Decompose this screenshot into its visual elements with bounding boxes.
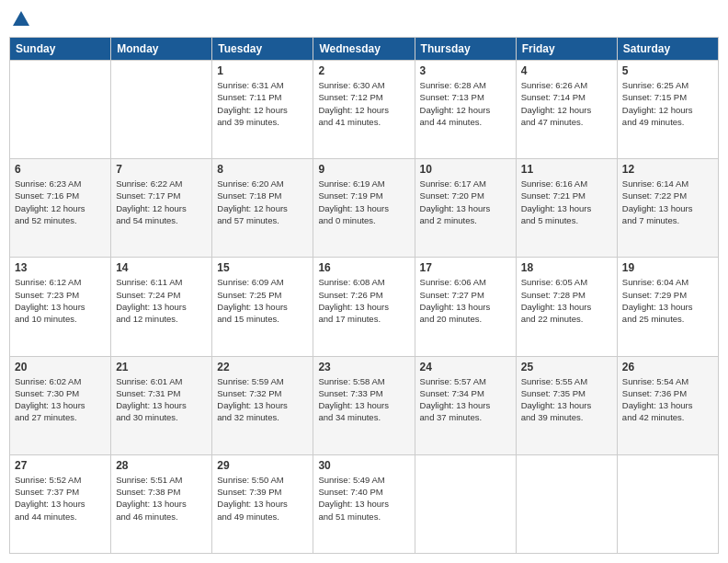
calendar-cell: 16Sunrise: 6:08 AM Sunset: 7:26 PM Dayli… xyxy=(313,258,415,356)
weekday-header-saturday: Saturday xyxy=(617,38,718,61)
cell-text: Sunrise: 6:28 AM Sunset: 7:13 PM Dayligh… xyxy=(420,79,511,128)
calendar-cell: 10Sunrise: 6:17 AM Sunset: 7:20 PM Dayli… xyxy=(415,159,516,258)
day-number: 20 xyxy=(15,361,106,373)
day-number: 1 xyxy=(217,64,308,77)
cell-text: Sunrise: 5:59 AM Sunset: 7:32 PM Dayligh… xyxy=(217,375,308,424)
calendar-cell: 19Sunrise: 6:04 AM Sunset: 7:29 PM Dayli… xyxy=(617,258,718,356)
calendar-cell: 20Sunrise: 6:02 AM Sunset: 7:30 PM Dayli… xyxy=(10,356,111,454)
svg-marker-0 xyxy=(13,11,29,26)
calendar-cell: 12Sunrise: 6:14 AM Sunset: 7:22 PM Dayli… xyxy=(617,159,718,258)
calendar-cell xyxy=(516,454,617,553)
weekday-header-friday: Friday xyxy=(516,38,617,61)
day-number: 12 xyxy=(622,163,713,176)
calendar-cell: 24Sunrise: 5:57 AM Sunset: 7:34 PM Dayli… xyxy=(415,356,516,454)
cell-text: Sunrise: 6:12 AM Sunset: 7:23 PM Dayligh… xyxy=(15,276,106,325)
calendar-cell: 30Sunrise: 5:49 AM Sunset: 7:40 PM Dayli… xyxy=(313,454,415,553)
day-number: 27 xyxy=(15,459,106,472)
day-number: 25 xyxy=(521,361,612,373)
day-number: 17 xyxy=(420,261,511,274)
day-number: 15 xyxy=(217,261,308,274)
day-number: 2 xyxy=(318,64,409,77)
calendar-cell xyxy=(10,61,111,159)
calendar-header: SundayMondayTuesdayWednesdayThursdayFrid… xyxy=(10,38,719,61)
calendar-row-2: 13Sunrise: 6:12 AM Sunset: 7:23 PM Dayli… xyxy=(10,258,719,356)
calendar-cell: 22Sunrise: 5:59 AM Sunset: 7:32 PM Dayli… xyxy=(212,356,313,454)
header xyxy=(9,9,719,29)
day-number: 11 xyxy=(521,163,612,176)
logo xyxy=(9,9,31,29)
day-number: 5 xyxy=(622,64,713,77)
calendar-cell: 6Sunrise: 6:23 AM Sunset: 7:16 PM Daylig… xyxy=(10,159,111,258)
day-number: 10 xyxy=(420,163,511,176)
cell-text: Sunrise: 6:31 AM Sunset: 7:11 PM Dayligh… xyxy=(217,79,308,128)
cell-text: Sunrise: 6:09 AM Sunset: 7:25 PM Dayligh… xyxy=(217,276,308,325)
day-number: 28 xyxy=(116,459,207,472)
calendar-cell: 26Sunrise: 5:54 AM Sunset: 7:36 PM Dayli… xyxy=(617,356,718,454)
logo-icon xyxy=(11,9,31,29)
calendar-cell: 13Sunrise: 6:12 AM Sunset: 7:23 PM Dayli… xyxy=(10,258,111,356)
calendar-cell: 7Sunrise: 6:22 AM Sunset: 7:17 PM Daylig… xyxy=(111,159,212,258)
calendar-cell: 3Sunrise: 6:28 AM Sunset: 7:13 PM Daylig… xyxy=(415,61,516,159)
calendar-cell: 4Sunrise: 6:26 AM Sunset: 7:14 PM Daylig… xyxy=(516,61,617,159)
cell-text: Sunrise: 6:06 AM Sunset: 7:27 PM Dayligh… xyxy=(420,276,511,325)
cell-text: Sunrise: 5:51 AM Sunset: 7:38 PM Dayligh… xyxy=(116,474,207,523)
cell-text: Sunrise: 5:54 AM Sunset: 7:36 PM Dayligh… xyxy=(622,375,713,424)
day-number: 18 xyxy=(521,261,612,274)
cell-text: Sunrise: 5:50 AM Sunset: 7:39 PM Dayligh… xyxy=(217,474,308,523)
day-number: 16 xyxy=(318,261,409,274)
day-number: 22 xyxy=(217,361,308,373)
cell-text: Sunrise: 5:58 AM Sunset: 7:33 PM Dayligh… xyxy=(318,375,409,424)
calendar-cell: 23Sunrise: 5:58 AM Sunset: 7:33 PM Dayli… xyxy=(313,356,415,454)
day-number: 21 xyxy=(116,361,207,373)
day-number: 29 xyxy=(217,459,308,472)
day-number: 13 xyxy=(15,261,106,274)
calendar-cell: 1Sunrise: 6:31 AM Sunset: 7:11 PM Daylig… xyxy=(212,61,313,159)
weekday-header-monday: Monday xyxy=(111,38,212,61)
calendar-cell: 5Sunrise: 6:25 AM Sunset: 7:15 PM Daylig… xyxy=(617,61,718,159)
weekday-header-row: SundayMondayTuesdayWednesdayThursdayFrid… xyxy=(10,38,719,61)
cell-text: Sunrise: 5:49 AM Sunset: 7:40 PM Dayligh… xyxy=(318,474,409,523)
cell-text: Sunrise: 6:30 AM Sunset: 7:12 PM Dayligh… xyxy=(318,79,409,128)
day-number: 30 xyxy=(318,459,409,472)
cell-text: Sunrise: 5:55 AM Sunset: 7:35 PM Dayligh… xyxy=(521,375,612,424)
calendar-row-1: 6Sunrise: 6:23 AM Sunset: 7:16 PM Daylig… xyxy=(10,159,719,258)
calendar-cell xyxy=(617,454,718,553)
cell-text: Sunrise: 6:08 AM Sunset: 7:26 PM Dayligh… xyxy=(318,276,409,325)
cell-text: Sunrise: 6:22 AM Sunset: 7:17 PM Dayligh… xyxy=(116,178,207,226)
calendar-cell xyxy=(111,61,212,159)
calendar-cell xyxy=(415,454,516,553)
calendar-cell: 9Sunrise: 6:19 AM Sunset: 7:19 PM Daylig… xyxy=(313,159,415,258)
day-number: 19 xyxy=(622,261,713,274)
day-number: 23 xyxy=(318,361,409,373)
weekday-header-wednesday: Wednesday xyxy=(313,38,415,61)
calendar-row-0: 1Sunrise: 6:31 AM Sunset: 7:11 PM Daylig… xyxy=(10,61,719,159)
calendar-cell: 2Sunrise: 6:30 AM Sunset: 7:12 PM Daylig… xyxy=(313,61,415,159)
calendar-cell: 29Sunrise: 5:50 AM Sunset: 7:39 PM Dayli… xyxy=(212,454,313,553)
cell-text: Sunrise: 6:11 AM Sunset: 7:24 PM Dayligh… xyxy=(116,276,207,325)
cell-text: Sunrise: 5:52 AM Sunset: 7:37 PM Dayligh… xyxy=(15,474,106,523)
calendar-cell: 18Sunrise: 6:05 AM Sunset: 7:28 PM Dayli… xyxy=(516,258,617,356)
cell-text: Sunrise: 6:04 AM Sunset: 7:29 PM Dayligh… xyxy=(622,276,713,325)
calendar-cell: 15Sunrise: 6:09 AM Sunset: 7:25 PM Dayli… xyxy=(212,258,313,356)
calendar-body: 1Sunrise: 6:31 AM Sunset: 7:11 PM Daylig… xyxy=(10,61,719,554)
day-number: 9 xyxy=(318,163,409,176)
calendar-row-3: 20Sunrise: 6:02 AM Sunset: 7:30 PM Dayli… xyxy=(10,356,719,454)
day-number: 14 xyxy=(116,261,207,274)
cell-text: Sunrise: 6:20 AM Sunset: 7:18 PM Dayligh… xyxy=(217,178,308,226)
cell-text: Sunrise: 6:17 AM Sunset: 7:20 PM Dayligh… xyxy=(420,178,511,226)
cell-text: Sunrise: 6:02 AM Sunset: 7:30 PM Dayligh… xyxy=(15,375,106,424)
cell-text: Sunrise: 6:23 AM Sunset: 7:16 PM Dayligh… xyxy=(15,178,106,226)
calendar-cell: 17Sunrise: 6:06 AM Sunset: 7:27 PM Dayli… xyxy=(415,258,516,356)
calendar-cell: 11Sunrise: 6:16 AM Sunset: 7:21 PM Dayli… xyxy=(516,159,617,258)
page: SundayMondayTuesdayWednesdayThursdayFrid… xyxy=(0,0,728,563)
calendar-cell: 27Sunrise: 5:52 AM Sunset: 7:37 PM Dayli… xyxy=(10,454,111,553)
cell-text: Sunrise: 6:19 AM Sunset: 7:19 PM Dayligh… xyxy=(318,178,409,226)
day-number: 7 xyxy=(116,163,207,176)
day-number: 6 xyxy=(15,163,106,176)
calendar-cell: 28Sunrise: 5:51 AM Sunset: 7:38 PM Dayli… xyxy=(111,454,212,553)
cell-text: Sunrise: 6:05 AM Sunset: 7:28 PM Dayligh… xyxy=(521,276,612,325)
calendar-row-4: 27Sunrise: 5:52 AM Sunset: 7:37 PM Dayli… xyxy=(10,454,719,553)
weekday-header-thursday: Thursday xyxy=(415,38,516,61)
day-number: 3 xyxy=(420,64,511,77)
calendar-cell: 8Sunrise: 6:20 AM Sunset: 7:18 PM Daylig… xyxy=(212,159,313,258)
